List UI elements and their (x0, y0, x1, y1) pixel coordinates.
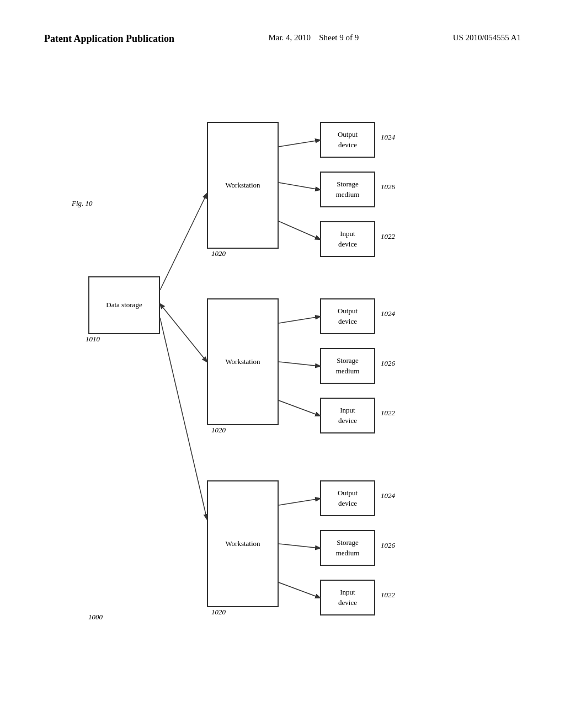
label-1010: 1010 (86, 335, 100, 344)
sheet-info: Sheet 9 of 9 (319, 33, 359, 42)
input-device-top: Input device (320, 221, 375, 257)
svg-line-2 (160, 318, 207, 519)
workstation-mid-box: Workstation (207, 298, 279, 425)
svg-line-3 (279, 140, 320, 147)
svg-line-11 (279, 582, 320, 598)
label-1020-mid: 1020 (211, 426, 226, 435)
arrows-svg (44, 61, 521, 695)
svg-line-4 (279, 183, 320, 190)
page: Patent Application Publication Mar. 4, 2… (0, 0, 565, 728)
svg-line-5 (279, 221, 320, 239)
label-1000: 1000 (88, 613, 103, 622)
publication-date-sheet: Mar. 4, 2010 Sheet 9 of 9 (268, 33, 359, 42)
svg-line-6 (279, 317, 320, 323)
label-1022-mid: 1022 (381, 409, 395, 417)
label-1024-top: 1024 (381, 133, 395, 142)
workstation-bot-box: Workstation (207, 480, 279, 607)
svg-line-0 (160, 194, 207, 290)
svg-line-1 (160, 304, 207, 362)
label-1026-top: 1026 (381, 183, 395, 191)
label-1026-bot: 1026 (381, 541, 395, 550)
output-device-bot: Output device (320, 480, 375, 516)
svg-line-10 (279, 544, 320, 548)
data-storage-box: Data storage (88, 276, 160, 334)
label-1022-top: 1022 (381, 232, 395, 241)
label-1022-bot: 1022 (381, 591, 395, 599)
figure-label: Fig. 10 (72, 199, 93, 208)
label-1020-bot: 1020 (211, 608, 226, 617)
publication-date: Mar. 4, 2010 (268, 33, 311, 42)
svg-line-9 (279, 499, 320, 505)
workstation-top-box: Workstation (207, 122, 279, 249)
page-header: Patent Application Publication Mar. 4, 2… (44, 33, 521, 45)
input-device-mid: Input device (320, 398, 375, 433)
output-device-top: Output device (320, 122, 375, 158)
publication-number: US 2010/054555 A1 (453, 33, 521, 42)
label-1020-top: 1020 (211, 249, 226, 258)
svg-line-8 (279, 400, 320, 416)
storage-medium-top: Storage medium (320, 172, 375, 207)
input-device-bot: Input device (320, 580, 375, 615)
output-device-mid: Output device (320, 298, 375, 334)
label-1024-mid: 1024 (381, 309, 395, 318)
svg-line-7 (279, 362, 320, 366)
publication-title: Patent Application Publication (44, 33, 174, 45)
storage-medium-mid: Storage medium (320, 348, 375, 384)
storage-medium-bot: Storage medium (320, 530, 375, 566)
label-1024-bot: 1024 (381, 491, 395, 500)
diagram-area: Fig. 10 Data storage 1010 Workstation 10… (44, 61, 521, 695)
label-1026-mid: 1026 (381, 359, 395, 368)
